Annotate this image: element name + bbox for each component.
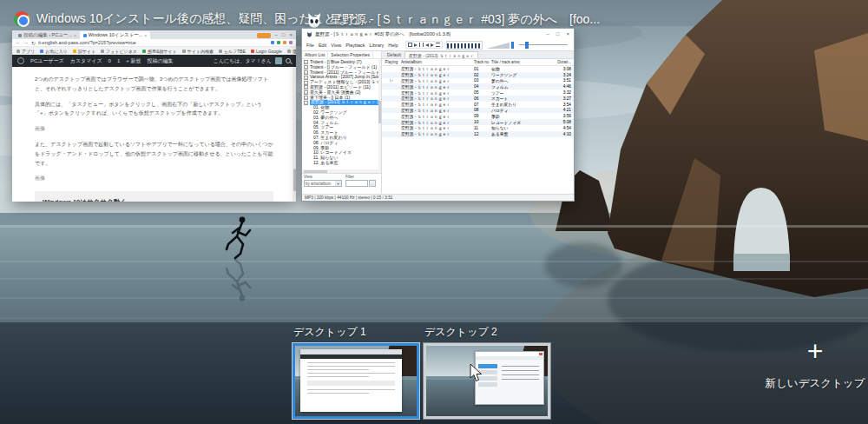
bookmark-item: 運営関連 [287, 49, 296, 54]
chrome-tab-2-active: Windows 10インストー... × [80, 31, 150, 39]
wordpress-admin-bar: PCユーザーズ カスタマイズ 0 1 + 新規 投稿の編集 こんにちは、タマ！さ… [12, 55, 296, 67]
tab-strip-badge [257, 33, 271, 38]
foobar2000-window-thumbnail[interactable]: 星野源 - [Ｓｔｒａｎｇｅｒ #03] 夢の外へ [foobar2000 v1… [301, 28, 575, 202]
admin-updates-count: 0 [108, 58, 111, 63]
wordpress-icon [17, 57, 24, 64]
playlist-column-headers: Playing Artist/album Track no Title / tr… [382, 59, 574, 66]
scrollbar [293, 67, 296, 202]
playlist-row: 星野源 - Ｓｔｒａｎｇｅｒ02ワークソング3:24 [382, 72, 574, 78]
tab-close-icon: × [144, 33, 147, 38]
expand-icon: + [304, 85, 308, 89]
foobar-thumbnail-title[interactable]: 星野源 - [Ｓｔｒａｎｇｅｒ #03] 夢の外へ [foo... [306, 11, 600, 29]
view-filter-bar: View by artist/album ▾ Filter … [302, 173, 381, 194]
admin-customize: カスタマイズ [70, 57, 102, 65]
playlist-row-playing: ▷星野源 - Ｓｔｒａｎｇｅｒ03夢の外へ3:51 [382, 78, 574, 84]
admin-comments-count: 1 [117, 58, 120, 63]
foobar-titlebar: 星野源 - [Ｓｔｒａｎｇｅｒ #03] 夢の外へ [foobar2000 v1… [302, 29, 574, 39]
favicon-icon [287, 50, 291, 53]
expand-icon: + [304, 65, 308, 70]
desktop-2-preview [426, 346, 548, 416]
maximize-icon: □ [282, 31, 286, 39]
desktop-2-thumbnail[interactable] [424, 343, 550, 419]
playlist-row: 星野源 - Ｓｔｒａｎｇｅｒ05ツアー3:32 [382, 89, 574, 96]
taskview-desktop-bar: デスクトップ 1 デスクトップ 2 [0, 322, 868, 424]
mini-chrome-window [300, 349, 403, 412]
filter-more-button: … [369, 180, 376, 187]
expand-icon: + [304, 90, 308, 95]
foobar-thumbnail-title-text: 星野源 - [Ｓｔｒａｎｇｅｒ #03] 夢の外へ [foo... [330, 12, 600, 28]
reload-icon: ↻ [31, 40, 36, 46]
search-icon [286, 58, 291, 63]
favicon-icon [16, 50, 20, 53]
url-text: it-english.and-pass.com/?p=215?preview=t… [38, 40, 268, 45]
mini-settings-window [475, 351, 544, 405]
menu-library: Library [370, 43, 385, 48]
chrome-address-bar: ← → ↻ it-english.and-pass.com/?p=215?pre… [12, 39, 296, 47]
article-paragraph: 2つめのデスクトップ画面ではブラウザーで調べ物、3つめのデスクトップ画面では画像… [35, 75, 273, 94]
pause-icon [419, 43, 424, 47]
foobar-toolbar: File Edit View Playback Library Help [302, 39, 574, 51]
admin-site-name: PCユーザーズ [30, 57, 64, 65]
extension-icon [289, 41, 293, 44]
avatar [275, 57, 282, 64]
foobar2000-icon [306, 31, 312, 37]
volume-slider [486, 41, 516, 50]
scrollbar [378, 59, 381, 169]
bookmark-item: Login Google [251, 49, 282, 54]
view-dropdown: by artist/album ▾ [304, 180, 342, 187]
chrome-tab-strip: 投稿の編集 ‹ PCユー... × Windows 10インストー... × –… [12, 30, 296, 39]
expand-icon: + [304, 81, 308, 85]
playlist-row: 星野源 - Ｓｔｒａｎｇｅｒ12ある車窓4:10 [382, 131, 574, 137]
album-tree: +Trident - [] Blue Destiny (7) +Trident … [302, 59, 381, 169]
menu-view: View [331, 43, 341, 48]
new-desktop-label: 新しいデスクトップ [762, 376, 868, 391]
bookmark-item: セルフTBE [219, 49, 246, 54]
playlist-row: 星野源 - Ｓｔｒａｎｇｅｒ04フィルム4:46 [382, 83, 574, 89]
back-icon: ← [16, 40, 21, 45]
bookmark-item: 旧サイト [73, 49, 95, 54]
playlist-row: 星野源 - Ｓｔｒａｎｇｅｒ10レコードノイズ5:08 [382, 119, 574, 125]
expand-icon: + [304, 60, 308, 64]
play-icon [414, 43, 418, 47]
bookmark-item: 携帯&雑サイト [142, 49, 177, 54]
menu-file: File [306, 43, 314, 48]
favicon-icon [182, 50, 186, 53]
chevron-down-icon: ▾ [335, 181, 341, 186]
playlist-row: 星野源 - Ｓｔｒａｎｇｅｒ01化物3:08 [382, 66, 574, 72]
playlist-tab-default: Default [384, 51, 404, 58]
desktop-1-preview [295, 346, 417, 416]
chrome-window-thumbnail[interactable]: 投稿の編集 ‹ PCユー... × Windows 10インストー... × –… [12, 30, 296, 202]
menu-edit: Edit [319, 43, 326, 48]
previous-icon [425, 43, 429, 47]
desktop-1-thumbnail-selected[interactable] [293, 343, 419, 419]
minimize-icon: – [275, 31, 278, 39]
seek-handle [525, 42, 529, 49]
bookmark-item: アプリ [16, 49, 35, 54]
extension-icon [271, 41, 274, 44]
favicon-icon [142, 50, 146, 53]
new-desktop-button[interactable]: + 新しいデスクトップ [762, 335, 868, 414]
track-item: 12. ある車窓 [304, 161, 381, 166]
seek-bar [519, 41, 569, 50]
favicon-icon [101, 50, 104, 53]
random-icon [436, 43, 440, 47]
playlist-row: 星野源 - Ｓｔｒａｎｇｅｒ07生まれ変わり3:54 [382, 102, 574, 108]
bookmark-item: フォトビジネス [101, 49, 137, 54]
menu-playback: Playback [345, 43, 365, 48]
expand-icon: + [304, 70, 308, 75]
desktop-1-label[interactable]: デスクトップ 1 [293, 325, 366, 340]
image-caption: 画像 [35, 124, 273, 134]
next-icon [431, 43, 434, 47]
playlist-row: 星野源 - Ｓｔｒａｎｇｅｒ09季節3:59 [382, 113, 574, 119]
desktop-2-label[interactable]: デスクトップ 2 [424, 325, 497, 340]
extension-icon [283, 41, 286, 44]
foobar-title-text: 星野源 - [Ｓｔｒａｎｇｅｒ #03] 夢の外へ [foobar2000 v1… [315, 31, 540, 37]
expand-icon: + [304, 101, 308, 105]
article-paragraph: また、デスクトップ画面で起動しているソフトやアプリで一杯になっている場合、その中… [35, 140, 273, 168]
favicon-icon [251, 50, 254, 53]
stop-icon [408, 43, 412, 47]
extension-icon [277, 41, 280, 44]
admin-new-post: + 新規 [126, 57, 141, 65]
tab-close-icon: × [74, 33, 76, 38]
spectrum-visualizer [446, 41, 483, 50]
